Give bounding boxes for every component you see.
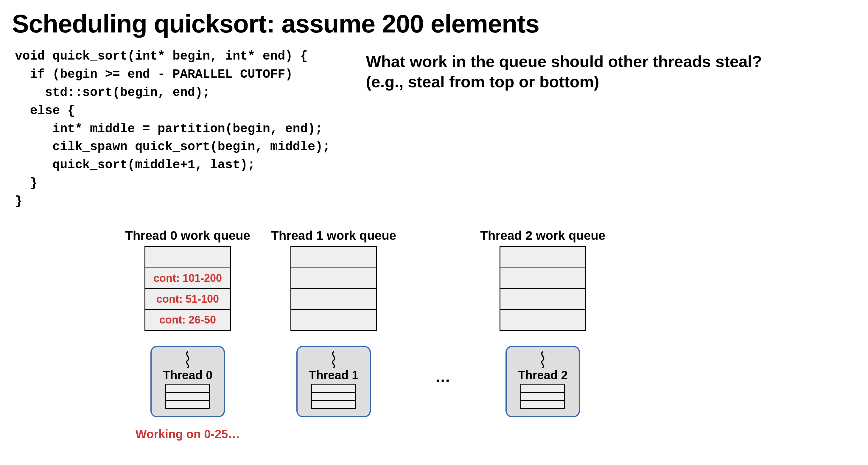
ellipsis: … (435, 368, 451, 385)
thread-0-box: Thread 0 (150, 346, 225, 417)
thread-squiggle-icon (181, 351, 195, 368)
queue-label-1: Thread 1 work queue (271, 228, 396, 243)
work-queue-0: cont: 101-200 cont: 51-100 cont: 26-50 (145, 246, 231, 331)
queue-1-cell-3 (291, 309, 376, 330)
thread-0-mini-queue (165, 384, 210, 409)
thread-0-name: Thread 0 (163, 369, 213, 382)
thread-2-name: Thread 2 (518, 369, 568, 382)
queue-label-0: Thread 0 work queue (125, 228, 250, 243)
question-text: What work in the queue should other thre… (366, 52, 762, 92)
queue-1-cell-1 (291, 268, 376, 288)
thread-squiggle-icon (535, 351, 550, 368)
thread-2-box: Thread 2 (505, 346, 580, 417)
work-queue-1 (290, 246, 377, 331)
thread-0-status: Working on 0-25… (135, 428, 240, 441)
thread-1-box: Thread 1 (297, 346, 371, 417)
queue-0-cell-0 (145, 247, 230, 268)
thread-2-group: Thread 2 work queue Thread 2 (480, 228, 605, 428)
question-line-1: What work in the queue should other thre… (366, 52, 762, 72)
thread-1-group: Thread 1 work queue Thread 1 (271, 228, 396, 428)
thread-2-mini-queue (520, 384, 565, 409)
diagram-area: Thread 0 work queue cont: 101-200 cont: … (12, 228, 856, 441)
slide-title: Scheduling quicksort: assume 200 element… (12, 9, 856, 38)
queue-label-2: Thread 2 work queue (480, 228, 605, 243)
top-row: void quick_sort(int* begin, int* end) { … (12, 48, 856, 211)
work-queue-2 (499, 246, 586, 331)
thread-1-name: Thread 1 (309, 369, 359, 382)
queue-2-cell-2 (500, 288, 585, 309)
queue-2-cell-3 (500, 309, 585, 330)
queue-1-cell-0 (291, 247, 376, 268)
queue-2-cell-0 (500, 247, 585, 268)
queue-0-cell-3: cont: 26-50 (145, 309, 230, 330)
thread-0-group: Thread 0 work queue cont: 101-200 cont: … (125, 228, 250, 441)
queue-1-cell-2 (291, 288, 376, 309)
queue-2-cell-1 (500, 268, 585, 288)
thread-1-mini-queue (311, 384, 356, 409)
queue-0-cell-1: cont: 101-200 (145, 268, 230, 288)
thread-squiggle-icon (327, 351, 341, 368)
queue-0-cell-2: cont: 51-100 (145, 288, 230, 309)
question-line-2: (e.g., steal from top or bottom) (366, 72, 762, 92)
code-block: void quick_sort(int* begin, int* end) { … (12, 48, 330, 211)
